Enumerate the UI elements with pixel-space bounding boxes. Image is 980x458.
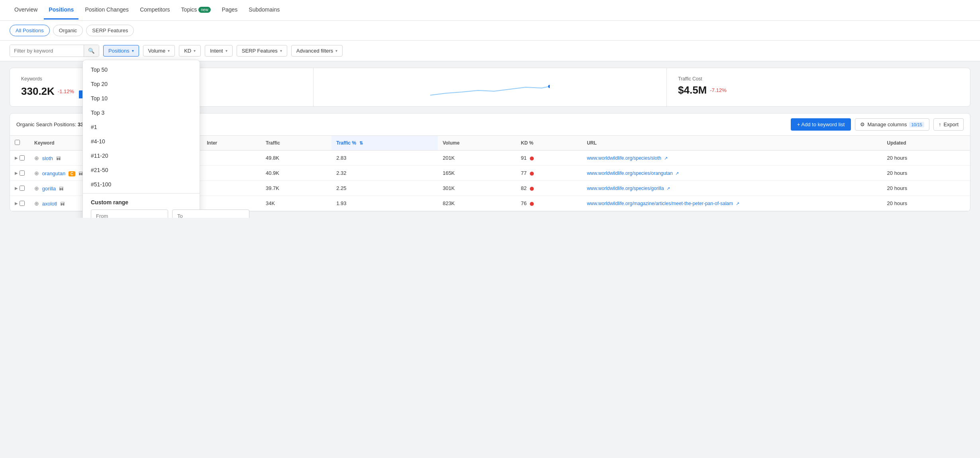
row-checkbox[interactable]	[20, 155, 25, 160]
volume-filter-label: Volume	[148, 48, 165, 54]
dropdown-item-21-50[interactable]: #21-50	[83, 163, 200, 177]
keyword-link[interactable]: orangutan	[42, 170, 66, 176]
export-label: Export	[943, 121, 958, 127]
dropdown-item-top3[interactable]: Top 3	[83, 106, 200, 120]
select-all-checkbox[interactable]	[15, 140, 20, 145]
row-expand-icon[interactable]: ▶	[15, 201, 18, 206]
col-kd: KD %	[516, 136, 582, 151]
volume-filter-dropdown[interactable]: Volume ▾	[143, 45, 175, 57]
traffic-cell: 34K	[261, 196, 331, 211]
kd-filter-dropdown[interactable]: KD ▾	[179, 45, 201, 57]
url-link[interactable]: www.worldwildlife.org/species/orangutan	[587, 170, 672, 176]
updated-cell: 20 hours	[882, 181, 970, 196]
row-expand-icon[interactable]: ▶	[15, 186, 18, 190]
intent-filter-label: Intent	[210, 48, 223, 54]
url-cell: www.worldwildlife.org/magazine/articles/…	[582, 196, 882, 211]
external-link-icon[interactable]: ↗	[736, 201, 739, 206]
volume-chevron-icon: ▾	[168, 49, 170, 53]
add-to-list-icon[interactable]: ⊕	[34, 200, 39, 207]
positions-filter-label: Positions	[108, 48, 129, 54]
volume-cell: 823K	[438, 196, 516, 211]
keyword-link[interactable]: axolotl	[42, 201, 57, 207]
manage-columns-button[interactable]: ⚙ Manage columns 10/15	[855, 118, 929, 131]
updated-cell: 20 hours	[882, 196, 970, 211]
row-checkbox[interactable]	[20, 201, 25, 206]
url-cell: www.worldwildlife.org/species/gorilla ↗	[582, 181, 882, 196]
positions-chevron-icon: ▾	[132, 49, 134, 53]
nav-positions[interactable]: Positions	[44, 1, 78, 20]
dropdown-item-4-10[interactable]: #4-10	[83, 134, 200, 149]
keywords-change: -1.12%	[58, 88, 74, 94]
tab-organic[interactable]: Organic	[53, 25, 83, 36]
add-to-list-icon[interactable]: ⊕	[34, 170, 39, 176]
dropdown-item-top50[interactable]: Top 50	[83, 63, 200, 77]
dropdown-item-top20[interactable]: Top 20	[83, 77, 200, 91]
dropdown-item-top10[interactable]: Top 10	[83, 91, 200, 106]
kd-dot	[530, 157, 534, 160]
volume-cell: 201K	[438, 151, 516, 166]
kd-cell: 76	[516, 196, 582, 211]
row-expand-icon[interactable]: ▶	[15, 171, 18, 175]
dropdown-item-11-20[interactable]: #11-20	[83, 149, 200, 163]
intent-cell	[202, 166, 261, 181]
nav-pages[interactable]: Pages	[217, 1, 243, 20]
row-checkbox[interactable]	[20, 170, 25, 176]
save-icon[interactable]: 🖬	[60, 201, 65, 207]
url-link[interactable]: www.worldwildlife.org/magazine/articles/…	[587, 201, 733, 206]
dropdown-divider	[83, 193, 200, 194]
kd-cell: 82	[516, 181, 582, 196]
url-link[interactable]: www.worldwildlife.org/species/sloth	[587, 155, 661, 161]
add-to-list-icon[interactable]: ⊕	[34, 155, 39, 161]
custom-range-title: Custom range	[83, 195, 200, 208]
export-button[interactable]: ↑ Export	[933, 118, 964, 131]
external-link-icon[interactable]: ↗	[664, 156, 668, 160]
intent-cell	[202, 151, 261, 166]
positions-dropdown-menu: Top 50 Top 20 Top 10 Top 3 #1 #4-10 #11-…	[82, 60, 200, 218]
advanced-filters-chevron-icon: ▾	[335, 49, 337, 53]
keyword-filter-input[interactable]	[10, 45, 84, 57]
external-link-icon[interactable]: ↗	[666, 186, 670, 191]
url-link[interactable]: www.worldwildlife.org/species/gorilla	[587, 186, 664, 191]
nav-topics[interactable]: Topics new	[176, 1, 216, 20]
traffic-cell: 49.8K	[261, 151, 331, 166]
tab-serp-features[interactable]: SERP Features	[86, 25, 134, 36]
export-icon: ↑	[939, 121, 941, 127]
dropdown-item-1[interactable]: #1	[83, 120, 200, 134]
col-traffic-pct[interactable]: Traffic % ⇅	[331, 136, 438, 151]
updated-cell: 20 hours	[882, 166, 970, 181]
col-url: URL	[582, 136, 882, 151]
row-checkbox[interactable]	[20, 186, 25, 191]
add-keyword-button[interactable]: + Add to keyword list	[791, 118, 851, 131]
row-expand-icon[interactable]: ▶	[15, 156, 18, 160]
tab-all-positions[interactable]: All Positions	[10, 25, 50, 36]
nav-subdomains[interactable]: Subdomains	[244, 1, 284, 20]
manage-columns-label: Manage columns	[867, 121, 907, 127]
advanced-filters-dropdown[interactable]: Advanced filters ▾	[291, 45, 343, 57]
serp-features-filter-dropdown[interactable]: SERP Features ▾	[237, 45, 287, 57]
positions-filter-dropdown[interactable]: Positions ▾	[103, 45, 139, 57]
filter-bar: 🔍 Positions ▾ Volume ▾ KD ▾ Intent ▾ SER…	[0, 41, 980, 61]
keyword-search-button[interactable]: 🔍	[84, 45, 99, 57]
custom-range-to-input[interactable]	[172, 209, 249, 218]
add-to-list-icon[interactable]: ⊕	[34, 185, 39, 192]
keyword-link[interactable]: gorilla	[42, 186, 56, 192]
sort-icon: ⇅	[359, 141, 363, 145]
nav-position-changes[interactable]: Position Changes	[80, 1, 133, 20]
nav-competitors[interactable]: Competitors	[135, 1, 174, 20]
save-icon[interactable]: 🖬	[59, 186, 64, 192]
save-icon[interactable]: 🖬	[56, 156, 61, 161]
volume-cell: 165K	[438, 166, 516, 181]
dropdown-item-51-100[interactable]: #51-100	[83, 177, 200, 192]
nav-overview[interactable]: Overview	[10, 1, 42, 20]
chart-area	[314, 68, 667, 106]
custom-range-from-input[interactable]	[91, 209, 168, 218]
traffic-cost-change: -7.12%	[710, 87, 726, 93]
intent-filter-dropdown[interactable]: Intent ▾	[205, 45, 233, 57]
keyword-link[interactable]: sloth	[42, 155, 53, 161]
organic-search-label: Organic Search Positions:	[16, 121, 76, 127]
top-nav: Overview Positions Position Changes Comp…	[0, 0, 980, 21]
serp-features-chevron-icon: ▾	[280, 49, 282, 53]
sub-tabs: All Positions Organic SERP Features	[0, 21, 980, 41]
traffic-pct-cell: 2.32	[331, 166, 438, 181]
external-link-icon[interactable]: ↗	[675, 171, 679, 176]
